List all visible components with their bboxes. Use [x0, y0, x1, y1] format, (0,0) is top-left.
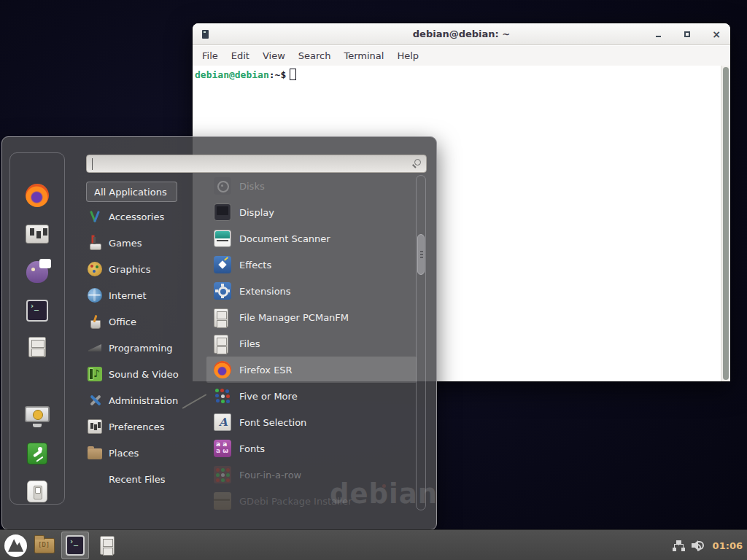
- favorite-pidgin[interactable]: [24, 259, 50, 285]
- administration-icon: [88, 393, 102, 408]
- programming-icon: [88, 341, 102, 355]
- category-recent-files[interactable]: Recent Files: [88, 468, 197, 490]
- app-item-file-manager-pcmanfm[interactable]: File Manager PCManFM: [206, 304, 417, 330]
- terminal-scrollbar-thumb[interactable]: [723, 67, 729, 380]
- app-label: Display: [239, 207, 274, 218]
- app-item-font-selection[interactable]: Font Selection: [206, 409, 417, 435]
- shell-prompt: debian@debian:~$: [195, 69, 296, 80]
- app-item-disks[interactable]: Disks: [206, 173, 417, 199]
- minimize-button[interactable]: [651, 28, 665, 41]
- category-places[interactable]: Places: [88, 442, 197, 464]
- category-programming[interactable]: Programming: [88, 337, 197, 359]
- category-label: Internet: [109, 290, 147, 301]
- category-sound-video[interactable]: Sound & Video: [88, 363, 197, 385]
- fonts-icon: [214, 440, 231, 457]
- power-off-icon: [27, 481, 47, 502]
- log-out-icon: [27, 443, 47, 464]
- category-administration[interactable]: Administration: [88, 389, 197, 411]
- app-item-gdebi-package-installer[interactable]: GDebi Package Installer: [206, 488, 417, 514]
- graphics-icon: [88, 262, 102, 276]
- file-cabinet-icon: [28, 337, 46, 357]
- menu-help[interactable]: Help: [390, 47, 425, 64]
- category-label: Accessories: [109, 211, 164, 222]
- favorites-panel: [9, 152, 65, 505]
- search-icon: [414, 159, 421, 166]
- pidgin-icon: [26, 261, 48, 283]
- category-label: Graphics: [109, 264, 150, 275]
- app-item-extensions[interactable]: Extensions: [206, 278, 417, 304]
- category-label: Preferences: [109, 421, 164, 432]
- app-item-four-in-a-row[interactable]: Four-in-a-row: [206, 462, 417, 488]
- category-graphics[interactable]: Graphics: [88, 258, 197, 280]
- extensions-icon: [214, 282, 231, 300]
- prompt-user-host: debian@debian: [195, 69, 269, 80]
- category-all-applications[interactable]: All Applications: [86, 182, 177, 202]
- files-launcher[interactable]: [93, 532, 121, 559]
- category-internet[interactable]: Internet: [88, 284, 197, 306]
- app-label: Firefox ESR: [239, 365, 293, 376]
- close-button[interactable]: ×: [710, 28, 723, 41]
- app-item-files[interactable]: Files: [206, 330, 417, 357]
- log-out-button[interactable]: [24, 440, 50, 467]
- app-item-fonts[interactable]: Fonts: [206, 435, 417, 462]
- category-label: Administration: [109, 395, 178, 406]
- app-label: Extensions: [239, 286, 291, 297]
- category-preferences[interactable]: Preferences: [88, 416, 197, 438]
- maximize-button[interactable]: [681, 28, 694, 41]
- menu-view[interactable]: View: [256, 47, 292, 64]
- category-office[interactable]: Office: [88, 311, 197, 332]
- effects-icon: [214, 256, 231, 273]
- app-item-document-scanner[interactable]: Document Scanner: [206, 225, 417, 252]
- power-off-button[interactable]: [24, 478, 50, 505]
- file-cabinet-icon: [214, 308, 228, 327]
- app-item-five-or-more[interactable]: Five or More: [206, 383, 417, 409]
- document-scanner-icon: [214, 230, 231, 247]
- search-input[interactable]: [91, 157, 405, 171]
- minimize-icon: [656, 36, 661, 37]
- terminal-taskbar-button[interactable]: [61, 532, 89, 559]
- favorite-file-manager[interactable]: [24, 334, 50, 360]
- app-item-display[interactable]: Display: [206, 199, 417, 225]
- prompt-path: :~$: [269, 69, 286, 80]
- category-label: Sound & Video: [109, 369, 179, 380]
- lock-screen-button[interactable]: [24, 401, 50, 427]
- clock[interactable]: 01:06: [713, 540, 743, 551]
- favorite-firefox[interactable]: [24, 182, 50, 209]
- terminal-scrollbar[interactable]: [721, 66, 730, 381]
- app-label: Five or More: [239, 391, 298, 402]
- firefox-icon: [26, 184, 49, 207]
- category-label: All Applications: [94, 187, 167, 198]
- terminal-icon: [66, 535, 85, 556]
- menu-edit[interactable]: Edit: [225, 47, 256, 64]
- app-item-firefox-esr[interactable]: Firefox ESR: [206, 357, 417, 383]
- terminal-cursor: [290, 69, 296, 80]
- internet-icon: [88, 288, 102, 303]
- file-manager-launcher[interactable]: [31, 532, 58, 559]
- category-accessories[interactable]: Accessories: [88, 206, 197, 228]
- terminal-icon: [26, 300, 48, 322]
- favorite-terminal[interactable]: [24, 298, 50, 324]
- search-box: [86, 155, 427, 173]
- menu-terminal[interactable]: Terminal: [337, 47, 390, 64]
- app-list-scrollbar-thumb[interactable]: [417, 234, 425, 275]
- app-item-effects[interactable]: Effects: [206, 252, 417, 278]
- app-label: Four-in-a-row: [239, 470, 301, 481]
- network-icon[interactable]: [673, 540, 685, 551]
- app-label: File Manager PCManFM: [239, 312, 349, 323]
- category-label: Recent Files: [109, 474, 166, 485]
- preferences-icon: [88, 419, 102, 434]
- terminal-window-title: debian@debian: ~: [193, 28, 730, 39]
- category-games[interactable]: Games: [88, 232, 197, 254]
- menu-file[interactable]: File: [196, 47, 225, 64]
- app-list-scrollbar[interactable]: [416, 175, 426, 510]
- terminal-menubar: File Edit View Search Terminal Help: [193, 46, 730, 66]
- category-label: Office: [109, 316, 136, 327]
- favorite-settings[interactable]: [24, 221, 50, 247]
- menu-search[interactable]: Search: [292, 47, 338, 64]
- menu-button[interactable]: [1, 532, 29, 559]
- terminal-titlebar[interactable]: debian@debian: ~ ×: [193, 23, 730, 45]
- volume-icon[interactable]: [692, 540, 706, 551]
- category-label: Places: [109, 448, 139, 459]
- file-cabinet-icon: [214, 335, 228, 354]
- app-label: Fonts: [239, 443, 265, 454]
